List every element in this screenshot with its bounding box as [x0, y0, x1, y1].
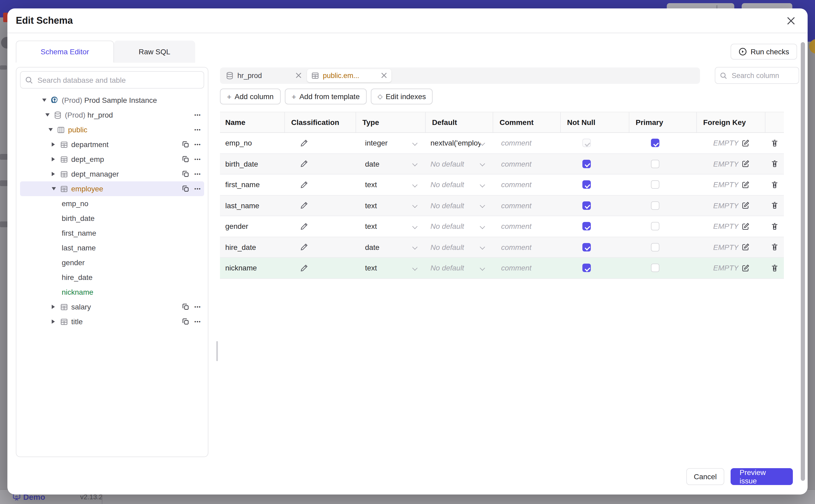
not-null-checkbox[interactable] [582, 160, 591, 168]
add-from-template-button[interactable]: + Add from template [284, 89, 366, 104]
column-name[interactable]: gender [220, 216, 284, 236]
tree-item-dept_manager[interactable]: dept_manager••• [20, 167, 204, 181]
edit-foreign-key-icon[interactable] [742, 222, 750, 230]
column-name[interactable]: hire_date [220, 237, 284, 257]
chevron-down-icon[interactable] [45, 113, 50, 117]
tree-item-title[interactable]: title••• [20, 314, 204, 329]
column-search-input[interactable] [731, 71, 794, 80]
column-name[interactable]: last_name [220, 195, 284, 216]
chevron-right-icon[interactable] [52, 172, 55, 176]
close-tab-icon[interactable] [295, 72, 302, 79]
delete-column-icon[interactable] [770, 264, 778, 272]
tree-item-emp_no[interactable]: emp_no [20, 196, 204, 211]
delete-column-icon[interactable] [770, 181, 778, 189]
edit-classification-icon[interactable] [300, 243, 308, 251]
edit-classification-icon[interactable] [300, 264, 308, 272]
type-cell[interactable]: text [355, 216, 425, 236]
more-actions-icon[interactable]: ••• [194, 157, 201, 162]
edit-foreign-key-icon[interactable] [742, 202, 750, 210]
tree-item-employee[interactable]: employee••• [20, 181, 204, 196]
more-actions-icon[interactable]: ••• [194, 304, 201, 309]
chevron-down-icon[interactable] [412, 203, 418, 208]
chevron-down-icon[interactable] [480, 182, 485, 187]
primary-checkbox[interactable] [651, 181, 659, 189]
cancel-button[interactable]: Cancel [686, 468, 724, 485]
column-name[interactable]: emp_no [220, 133, 284, 153]
type-cell[interactable]: date [355, 237, 425, 257]
primary-checkbox[interactable] [651, 139, 659, 147]
default-cell[interactable]: No default [425, 237, 493, 257]
run-checks-button[interactable]: Run checks [731, 44, 797, 60]
tree-item-last_name[interactable]: last_name [20, 240, 204, 255]
more-actions-icon[interactable]: ••• [194, 112, 201, 118]
copy-icon[interactable] [182, 318, 189, 325]
more-actions-icon[interactable]: ••• [194, 319, 201, 324]
tree-item-public[interactable]: public••• [20, 122, 204, 137]
delete-column-icon[interactable] [770, 160, 778, 168]
comment-cell[interactable]: comment [493, 216, 560, 236]
tree-item-department[interactable]: department••• [20, 137, 204, 152]
chevron-down-icon[interactable] [480, 224, 485, 229]
tree-item-salary[interactable]: salary••• [20, 299, 204, 314]
delete-column-icon[interactable] [770, 139, 778, 147]
copy-icon[interactable] [182, 303, 189, 311]
edit-foreign-key-icon[interactable] [742, 139, 750, 147]
delete-column-icon[interactable] [770, 222, 778, 230]
not-null-checkbox[interactable] [582, 201, 591, 210]
column-name[interactable]: birth_date [220, 154, 284, 174]
copy-icon[interactable] [182, 141, 189, 148]
edit-indexes-button[interactable]: ◇ Edit indexes [371, 89, 433, 104]
copy-icon[interactable] [182, 156, 189, 163]
chevron-down-icon[interactable] [480, 161, 485, 167]
default-cell[interactable]: No default [425, 258, 493, 278]
chevron-right-icon[interactable] [52, 142, 55, 147]
delete-column-icon[interactable] [770, 202, 778, 210]
chevron-down-icon[interactable] [412, 265, 418, 271]
preview-issue-button[interactable]: Preview issue [731, 468, 793, 485]
comment-cell[interactable]: comment [493, 237, 560, 257]
tree-item-nickname[interactable]: nickname [20, 285, 204, 299]
primary-checkbox[interactable] [651, 243, 659, 251]
chevron-down-icon[interactable] [480, 203, 485, 208]
chevron-down-icon[interactable] [412, 245, 418, 250]
copy-icon[interactable] [182, 170, 189, 178]
chevron-down-icon[interactable] [480, 245, 485, 250]
comment-cell[interactable]: comment [493, 175, 560, 195]
edit-foreign-key-icon[interactable] [742, 181, 750, 189]
tree-item-hire_date[interactable]: hire_date [20, 270, 204, 285]
tree-item-birth_date[interactable]: birth_date [20, 211, 204, 226]
edit-classification-icon[interactable] [300, 160, 308, 168]
close-tab-icon[interactable] [381, 72, 387, 79]
edit-classification-icon[interactable] [300, 222, 308, 230]
primary-checkbox[interactable] [651, 222, 659, 231]
panel-resize-handle[interactable] [216, 341, 218, 361]
copy-icon[interactable] [182, 185, 189, 192]
tree-item-hr_prod[interactable]: (Prod) hr_prod••• [20, 108, 204, 122]
column-name[interactable]: first_name [220, 175, 284, 195]
not-null-checkbox[interactable] [582, 264, 591, 272]
comment-cell[interactable]: comment [493, 154, 560, 174]
not-null-checkbox[interactable] [582, 222, 591, 231]
chevron-right-icon[interactable] [52, 305, 55, 309]
chevron-down-icon[interactable] [412, 224, 418, 229]
tree-item-first_name[interactable]: first_name [20, 226, 204, 240]
editor-tab-publicem[interactable]: public.em... [307, 69, 391, 82]
type-cell[interactable]: integer [355, 133, 425, 153]
default-cell[interactable]: nextval('employ [425, 133, 493, 153]
tab-schema-editor[interactable]: Schema Editor [16, 41, 114, 63]
column-name[interactable]: nickname [220, 258, 284, 278]
not-null-checkbox[interactable] [582, 139, 591, 147]
type-cell[interactable]: text [355, 195, 425, 216]
edit-classification-icon[interactable] [300, 139, 308, 147]
edit-classification-icon[interactable] [300, 202, 308, 210]
more-actions-icon[interactable]: ••• [194, 186, 201, 191]
not-null-checkbox[interactable] [582, 181, 591, 189]
default-cell[interactable]: No default [425, 175, 493, 195]
edit-foreign-key-icon[interactable] [742, 264, 750, 272]
default-cell[interactable]: No default [425, 154, 493, 174]
type-cell[interactable]: date [355, 154, 425, 174]
chevron-down-icon[interactable] [42, 99, 46, 102]
comment-cell[interactable]: comment [493, 258, 560, 278]
default-cell[interactable]: No default [425, 195, 493, 216]
tree-item-dept_emp[interactable]: dept_emp••• [20, 152, 204, 167]
